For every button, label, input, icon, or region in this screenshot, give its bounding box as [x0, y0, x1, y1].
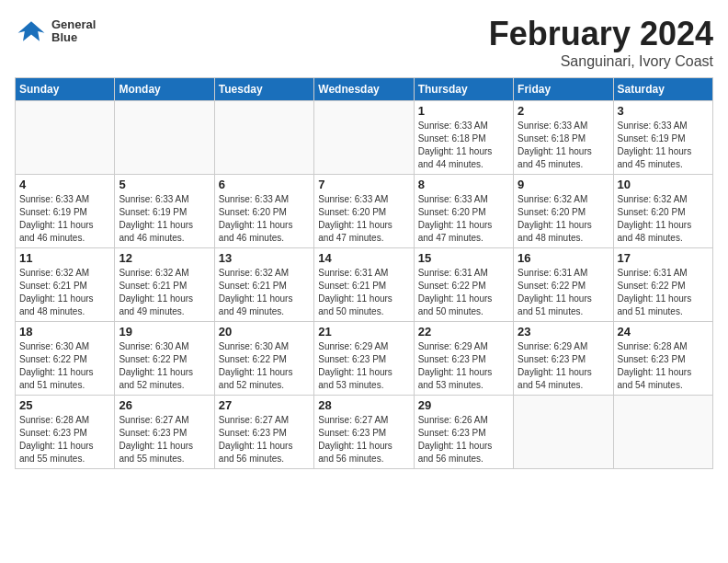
weekday-header-cell: Monday: [115, 78, 214, 101]
day-info: Sunrise: 6:33 AM Sunset: 6:18 PM Dayligh…: [518, 120, 609, 171]
day-number: 18: [19, 325, 110, 339]
title-area: February 2024 Sanguinari, Ivory Coast: [489, 15, 713, 70]
calendar-cell: 18Sunrise: 6:30 AM Sunset: 6:22 PM Dayli…: [16, 322, 115, 396]
calendar-week-row: 11Sunrise: 6:32 AM Sunset: 6:21 PM Dayli…: [16, 248, 713, 322]
calendar-cell: 19Sunrise: 6:30 AM Sunset: 6:22 PM Dayli…: [115, 322, 214, 396]
calendar-cell: 17Sunrise: 6:31 AM Sunset: 6:22 PM Dayli…: [613, 248, 712, 322]
day-info: Sunrise: 6:33 AM Sunset: 6:19 PM Dayligh…: [119, 193, 210, 245]
day-info: Sunrise: 6:29 AM Sunset: 6:23 PM Dayligh…: [318, 340, 409, 392]
day-info: Sunrise: 6:30 AM Sunset: 6:22 PM Dayligh…: [119, 340, 210, 392]
day-info: Sunrise: 6:27 AM Sunset: 6:23 PM Dayligh…: [219, 414, 310, 465]
day-info: Sunrise: 6:28 AM Sunset: 6:23 PM Dayligh…: [19, 414, 110, 465]
calendar-week-row: 4Sunrise: 6:33 AM Sunset: 6:19 PM Daylig…: [16, 175, 713, 248]
calendar-cell: 10Sunrise: 6:32 AM Sunset: 6:20 PM Dayli…: [613, 175, 712, 248]
logo-line2: Blue: [51, 31, 96, 44]
day-info: Sunrise: 6:31 AM Sunset: 6:22 PM Dayligh…: [418, 267, 509, 318]
calendar-cell: 3Sunrise: 6:33 AM Sunset: 6:19 PM Daylig…: [613, 101, 712, 175]
calendar-cell: 4Sunrise: 6:33 AM Sunset: 6:19 PM Daylig…: [16, 175, 115, 248]
calendar-table: SundayMondayTuesdayWednesdayThursdayFrid…: [15, 77, 713, 469]
calendar-body: 1Sunrise: 6:33 AM Sunset: 6:18 PM Daylig…: [16, 101, 713, 469]
calendar-cell: 26Sunrise: 6:27 AM Sunset: 6:23 PM Dayli…: [115, 396, 214, 469]
day-info: Sunrise: 6:32 AM Sunset: 6:20 PM Dayligh…: [618, 193, 709, 245]
day-info: Sunrise: 6:31 AM Sunset: 6:21 PM Dayligh…: [318, 267, 409, 318]
calendar-cell: 11Sunrise: 6:32 AM Sunset: 6:21 PM Dayli…: [16, 248, 115, 322]
calendar-cell: [514, 396, 613, 469]
calendar-cell: 29Sunrise: 6:26 AM Sunset: 6:23 PM Dayli…: [414, 396, 513, 469]
calendar-cell: [613, 396, 712, 469]
day-info: Sunrise: 6:32 AM Sunset: 6:21 PM Dayligh…: [219, 267, 310, 318]
calendar-cell: [214, 101, 313, 175]
calendar-cell: 1Sunrise: 6:33 AM Sunset: 6:18 PM Daylig…: [414, 101, 513, 175]
day-number: 11: [19, 251, 110, 265]
calendar-cell: 16Sunrise: 6:31 AM Sunset: 6:22 PM Dayli…: [514, 248, 613, 322]
day-number: 8: [418, 178, 509, 191]
calendar-cell: 9Sunrise: 6:32 AM Sunset: 6:20 PM Daylig…: [514, 175, 613, 248]
day-number: 16: [518, 251, 609, 265]
calendar-cell: 23Sunrise: 6:29 AM Sunset: 6:23 PM Dayli…: [514, 322, 613, 396]
calendar-cell: 13Sunrise: 6:32 AM Sunset: 6:21 PM Dayli…: [214, 248, 313, 322]
logo: General Blue: [15, 15, 96, 48]
day-number: 29: [418, 398, 509, 412]
day-number: 24: [618, 325, 709, 339]
calendar-cell: 2Sunrise: 6:33 AM Sunset: 6:18 PM Daylig…: [514, 101, 613, 175]
calendar-week-row: 18Sunrise: 6:30 AM Sunset: 6:22 PM Dayli…: [16, 322, 713, 396]
day-info: Sunrise: 6:33 AM Sunset: 6:19 PM Dayligh…: [19, 193, 110, 245]
day-number: 10: [618, 178, 709, 191]
weekday-header-cell: Friday: [514, 78, 613, 101]
day-info: Sunrise: 6:29 AM Sunset: 6:23 PM Dayligh…: [418, 340, 509, 392]
calendar-cell: 8Sunrise: 6:33 AM Sunset: 6:20 PM Daylig…: [414, 175, 513, 248]
day-info: Sunrise: 6:33 AM Sunset: 6:20 PM Dayligh…: [418, 193, 509, 245]
day-info: Sunrise: 6:33 AM Sunset: 6:19 PM Dayligh…: [618, 120, 709, 171]
calendar-cell: 22Sunrise: 6:29 AM Sunset: 6:23 PM Dayli…: [414, 322, 513, 396]
day-info: Sunrise: 6:28 AM Sunset: 6:23 PM Dayligh…: [618, 340, 709, 392]
weekday-header-cell: Saturday: [613, 78, 712, 101]
day-info: Sunrise: 6:33 AM Sunset: 6:18 PM Dayligh…: [418, 120, 509, 171]
calendar-week-row: 1Sunrise: 6:33 AM Sunset: 6:18 PM Daylig…: [16, 101, 713, 175]
day-number: 7: [318, 178, 409, 191]
weekday-header-cell: Sunday: [16, 78, 115, 101]
day-info: Sunrise: 6:26 AM Sunset: 6:23 PM Dayligh…: [418, 414, 509, 465]
calendar-cell: 24Sunrise: 6:28 AM Sunset: 6:23 PM Dayli…: [613, 322, 712, 396]
calendar-cell: 12Sunrise: 6:32 AM Sunset: 6:21 PM Dayli…: [115, 248, 214, 322]
day-info: Sunrise: 6:32 AM Sunset: 6:21 PM Dayligh…: [19, 267, 110, 318]
day-info: Sunrise: 6:33 AM Sunset: 6:20 PM Dayligh…: [318, 193, 409, 245]
calendar-week-row: 25Sunrise: 6:28 AM Sunset: 6:23 PM Dayli…: [16, 396, 713, 469]
day-number: 26: [119, 398, 210, 412]
month-title: February 2024: [489, 15, 713, 53]
day-number: 1: [418, 104, 509, 118]
weekday-header-cell: Wednesday: [314, 78, 414, 101]
calendar-cell: 6Sunrise: 6:33 AM Sunset: 6:20 PM Daylig…: [214, 175, 313, 248]
logo-text: General Blue: [51, 18, 96, 45]
day-number: 9: [518, 178, 609, 191]
day-info: Sunrise: 6:27 AM Sunset: 6:23 PM Dayligh…: [119, 414, 210, 465]
day-number: 12: [119, 251, 210, 265]
day-info: Sunrise: 6:31 AM Sunset: 6:22 PM Dayligh…: [618, 267, 709, 318]
day-number: 2: [518, 104, 609, 118]
day-number: 20: [219, 325, 310, 339]
day-number: 15: [418, 251, 509, 265]
day-info: Sunrise: 6:27 AM Sunset: 6:23 PM Dayligh…: [318, 414, 409, 465]
day-number: 25: [19, 398, 110, 412]
calendar-cell: 15Sunrise: 6:31 AM Sunset: 6:22 PM Dayli…: [414, 248, 513, 322]
day-number: 14: [318, 251, 409, 265]
day-info: Sunrise: 6:33 AM Sunset: 6:20 PM Dayligh…: [219, 193, 310, 245]
calendar-cell: 7Sunrise: 6:33 AM Sunset: 6:20 PM Daylig…: [314, 175, 414, 248]
calendar-cell: 28Sunrise: 6:27 AM Sunset: 6:23 PM Dayli…: [314, 396, 414, 469]
day-info: Sunrise: 6:32 AM Sunset: 6:21 PM Dayligh…: [119, 267, 210, 318]
day-number: 6: [219, 178, 310, 191]
day-info: Sunrise: 6:31 AM Sunset: 6:22 PM Dayligh…: [518, 267, 609, 318]
day-info: Sunrise: 6:30 AM Sunset: 6:22 PM Dayligh…: [219, 340, 310, 392]
calendar-cell: 20Sunrise: 6:30 AM Sunset: 6:22 PM Dayli…: [214, 322, 313, 396]
calendar-cell: [115, 101, 214, 175]
calendar-cell: 14Sunrise: 6:31 AM Sunset: 6:21 PM Dayli…: [314, 248, 414, 322]
day-info: Sunrise: 6:32 AM Sunset: 6:20 PM Dayligh…: [518, 193, 609, 245]
logo-icon: [15, 15, 48, 48]
day-number: 13: [219, 251, 310, 265]
location-title: Sanguinari, Ivory Coast: [489, 53, 713, 70]
weekday-header-row: SundayMondayTuesdayWednesdayThursdayFrid…: [16, 78, 713, 101]
day-number: 19: [119, 325, 210, 339]
day-number: 27: [219, 398, 310, 412]
calendar-cell: [16, 101, 115, 175]
day-number: 23: [518, 325, 609, 339]
calendar-cell: 25Sunrise: 6:28 AM Sunset: 6:23 PM Dayli…: [16, 396, 115, 469]
